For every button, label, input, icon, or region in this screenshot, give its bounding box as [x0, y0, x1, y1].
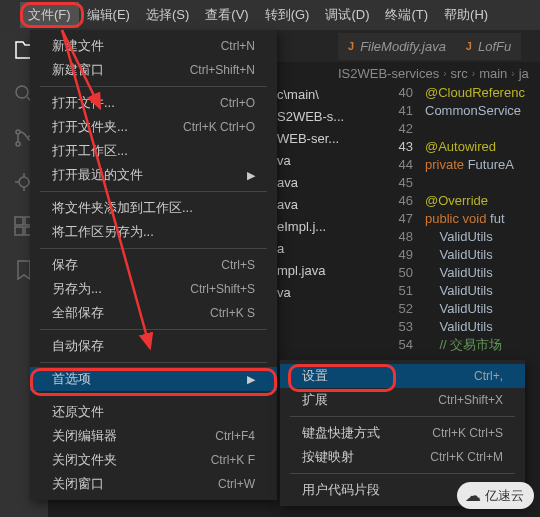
code-line: 47public void fut [385, 210, 540, 228]
line-content: ValidUtils [425, 228, 493, 246]
menu-select[interactable]: 选择(S) [138, 2, 197, 28]
file-menu-item[interactable]: 关闭文件夹Ctrl+K F [30, 448, 277, 472]
code-line: 42 [385, 120, 540, 138]
line-number: 41 [385, 102, 425, 120]
line-number: 47 [385, 210, 425, 228]
menu-item-shortcut: Ctrl+K Ctrl+M [430, 450, 503, 464]
java-icon: J [348, 40, 354, 52]
line-content: ValidUtils [425, 300, 493, 318]
menu-help[interactable]: 帮助(H) [436, 2, 496, 28]
code-line: 45 [385, 174, 540, 192]
line-number: 53 [385, 318, 425, 336]
preferences-menu-item[interactable]: 键盘快捷方式Ctrl+K Ctrl+S [280, 421, 525, 445]
menu-item-shortcut: Ctrl+Shift+N [190, 63, 255, 77]
menu-item-label: 将工作区另存为... [52, 223, 154, 241]
explorer-peek-line: a [277, 238, 362, 260]
menu-item-label: 保存 [52, 256, 78, 274]
menu-goto[interactable]: 转到(G) [257, 2, 318, 28]
file-menu-item[interactable]: 打开文件...Ctrl+O [30, 91, 277, 115]
menu-item-label: 首选项 [52, 370, 91, 388]
explorer-peek-line: ava [277, 172, 362, 194]
menu-item-label: 打开文件夹... [52, 118, 128, 136]
tab-loffu[interactable]: JLofFu [456, 33, 521, 60]
file-menu-item[interactable]: 打开文件夹...Ctrl+K Ctrl+O [30, 115, 277, 139]
chevron-right-icon: › [443, 68, 446, 79]
menu-item-shortcut: Ctrl+O [220, 96, 255, 110]
menu-item-label: 另存为... [52, 280, 102, 298]
java-icon: J [466, 40, 472, 52]
menu-item-label: 将文件夹添加到工作区... [52, 199, 193, 217]
code-line: 52 ValidUtils [385, 300, 540, 318]
watermark: ☁ 亿速云 [457, 482, 534, 509]
menu-terminal[interactable]: 终端(T) [377, 2, 436, 28]
line-content: private FutureA [425, 156, 514, 174]
explorer-peek-line: c\main\ [277, 84, 362, 106]
file-menu-item[interactable]: 将文件夹添加到工作区... [30, 196, 277, 220]
menu-debug[interactable]: 调试(D) [317, 2, 377, 28]
line-number: 48 [385, 228, 425, 246]
file-menu-item[interactable]: 将工作区另存为... [30, 220, 277, 244]
file-menu-item[interactable]: 全部保存Ctrl+K S [30, 301, 277, 325]
breadcrumb-segment: ja [519, 66, 529, 81]
preferences-menu-item[interactable]: 设置Ctrl+, [280, 364, 525, 388]
menu-file[interactable]: 文件(F) [20, 2, 79, 28]
menu-item-shortcut: Ctrl+S [221, 258, 255, 272]
submenu-indicator: ▶ [241, 372, 255, 386]
file-menu-item[interactable]: 首选项 ▶ [30, 367, 277, 391]
line-content: @Autowired [425, 138, 496, 156]
menu-item-shortcut: Ctrl+Shift+S [190, 282, 255, 296]
menu-item-shortcut: Ctrl+Shift+X [438, 393, 503, 407]
explorer-peek-line: eImpl.j... [277, 216, 362, 238]
svg-point-5 [19, 177, 29, 187]
line-number: 40 [385, 84, 425, 102]
menu-item-label: 按键映射 [302, 448, 354, 466]
svg-rect-10 [15, 217, 23, 225]
file-menu-item[interactable]: 新建窗口Ctrl+Shift+N [30, 58, 277, 82]
cloud-icon: ☁ [465, 486, 481, 505]
file-menu-item[interactable]: 关闭窗口Ctrl+W [30, 472, 277, 496]
line-number: 50 [385, 264, 425, 282]
code-line: 43@Autowired [385, 138, 540, 156]
menu-view[interactable]: 查看(V) [197, 2, 256, 28]
file-menu-item[interactable]: 新建文件Ctrl+N [30, 34, 277, 58]
tab-filemodify[interactable]: JFileModify.java [338, 33, 456, 60]
file-menu-item[interactable]: 自动保存 [30, 334, 277, 358]
explorer-peek-line: va [277, 150, 362, 172]
explorer-peek-line: WEB-ser... [277, 128, 362, 150]
line-number: 45 [385, 174, 425, 192]
menu-item-label: 全部保存 [52, 304, 104, 322]
watermark-text: 亿速云 [485, 487, 524, 505]
file-menu-item[interactable]: 打开工作区... [30, 139, 277, 163]
breadcrumb-segment: src [450, 66, 467, 81]
menu-item-label: 还原文件 [52, 403, 104, 421]
file-menu-item[interactable]: 打开最近的文件 ▶ [30, 163, 277, 187]
menu-item-shortcut: Ctrl+N [221, 39, 255, 53]
preferences-menu-item[interactable]: 按键映射Ctrl+K Ctrl+M [280, 445, 525, 469]
code-line: 48 ValidUtils [385, 228, 540, 246]
line-content: ValidUtils [425, 318, 493, 336]
chevron-right-icon: › [511, 68, 514, 79]
chevron-right-icon: › [472, 68, 475, 79]
explorer-peek-line: va [277, 282, 362, 304]
code-line: 41CommonService [385, 102, 540, 120]
code-line: 46@Override [385, 192, 540, 210]
file-menu-item[interactable]: 保存Ctrl+S [30, 253, 277, 277]
line-content: ValidUtils [425, 282, 493, 300]
menu-edit[interactable]: 编辑(E) [79, 2, 138, 28]
line-content: ValidUtils [425, 264, 493, 282]
menu-item-label: 扩展 [302, 391, 328, 409]
menu-item-label: 用户代码片段 [302, 481, 380, 499]
preferences-menu-item[interactable]: 扩展Ctrl+Shift+X [280, 388, 525, 412]
file-menu-item[interactable]: 另存为...Ctrl+Shift+S [30, 277, 277, 301]
menu-item-label: 打开最近的文件 [52, 166, 143, 184]
line-number: 51 [385, 282, 425, 300]
explorer-peek-line: ava [277, 194, 362, 216]
menu-item-shortcut: Ctrl+K Ctrl+S [432, 426, 503, 440]
code-line: 44private FutureA [385, 156, 540, 174]
svg-rect-12 [15, 227, 23, 235]
file-menu-item[interactable]: 关闭编辑器Ctrl+F4 [30, 424, 277, 448]
menu-item-label: 关闭编辑器 [52, 427, 117, 445]
file-menu-item[interactable]: 还原文件 [30, 400, 277, 424]
code-line: 49 ValidUtils [385, 246, 540, 264]
menu-item-shortcut: Ctrl+K F [211, 453, 255, 467]
